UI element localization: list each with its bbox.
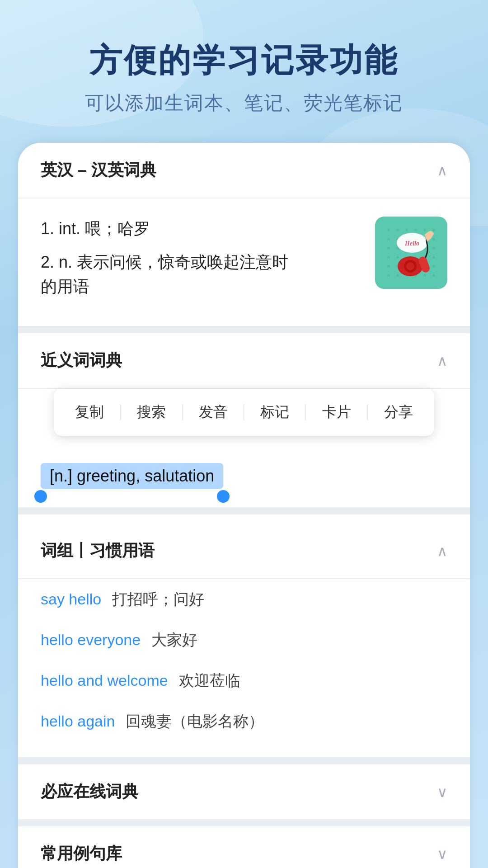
dictionary-title: 英汉 – 汉英词典 xyxy=(41,159,156,181)
phrase-row-1[interactable]: say hello 打招呼；问好 xyxy=(18,579,470,620)
divider-1 xyxy=(18,326,470,333)
biying-section: 必应在线词典 ∨ xyxy=(18,757,470,819)
svg-point-4 xyxy=(396,229,399,231)
phrases-title: 词组丨习惯用语 xyxy=(41,540,155,562)
phrase-zh-4: 回魂妻（电影名称） xyxy=(126,711,264,732)
phrase-zh-3: 欢迎莅临 xyxy=(179,670,240,691)
def-2-text: 表示问候，惊奇或唤起注意时的用语 xyxy=(41,253,288,296)
biying-section-header[interactable]: 必应在线词典 ∨ xyxy=(18,764,470,819)
context-menu-mark[interactable]: 标记 xyxy=(244,398,305,427)
highlighted-synonym-text[interactable]: [n.] greeting, salutation xyxy=(41,463,223,489)
phrase-row-4[interactable]: hello again 回魂妻（电影名称） xyxy=(18,701,470,748)
dictionary-chevron-up-icon: ∧ xyxy=(437,162,447,179)
biying-title: 必应在线词典 xyxy=(41,781,138,803)
def-2-index: 2. xyxy=(41,253,59,271)
synonym-title: 近义词词典 xyxy=(41,349,122,372)
context-menu-copy[interactable]: 复制 xyxy=(59,398,120,427)
svg-point-23 xyxy=(432,256,435,259)
svg-point-6 xyxy=(414,229,417,231)
context-menu-card[interactable]: 卡片 xyxy=(306,398,367,427)
svg-point-24 xyxy=(387,265,390,268)
def-1-type: int. xyxy=(59,219,85,238)
synonym-chevron-up-icon: ∧ xyxy=(437,352,447,369)
svg-point-15 xyxy=(387,247,390,250)
context-menu-pronounce[interactable]: 发音 xyxy=(183,398,244,427)
selection-handle-left xyxy=(34,490,47,503)
phrase-en-3[interactable]: hello and welcome xyxy=(41,672,168,689)
examples-chevron-down-icon: ∨ xyxy=(437,845,447,863)
svg-point-19 xyxy=(432,247,435,250)
examples-section: 常用例句库 ∨ xyxy=(18,819,470,868)
entry-row: 1. int. 喂；哈罗 2. n. 表示问候，惊奇或唤起注意时的用语 xyxy=(41,217,447,308)
svg-point-31 xyxy=(423,274,426,277)
svg-point-26 xyxy=(432,265,435,268)
entry-def-2: 2. n. 表示问候，惊奇或唤起注意时的用语 xyxy=(41,250,361,299)
svg-point-14 xyxy=(432,238,435,241)
svg-point-32 xyxy=(432,274,435,277)
svg-point-28 xyxy=(396,274,399,277)
main-card: 英汉 – 汉英词典 ∧ 1. int. 喂；哈罗 2. n. 表示问候，惊奇或唤… xyxy=(18,143,470,868)
context-menu: 复制 搜索 发音 标记 卡片 分享 xyxy=(54,389,434,436)
entry-def-1: 1. int. 喂；哈罗 xyxy=(41,217,361,241)
biying-chevron-down-icon: ∨ xyxy=(437,783,447,801)
svg-point-9 xyxy=(387,238,390,241)
def-1-text: 喂；哈罗 xyxy=(85,219,150,238)
phrases-section: 词组丨习惯用语 ∧ say hello 打招呼；问好 hello everyon… xyxy=(18,514,470,757)
svg-point-7 xyxy=(423,229,426,231)
examples-title: 常用例句库 xyxy=(41,843,122,865)
phrase-en-4[interactable]: hello again xyxy=(41,712,115,730)
def-1-index: 1. xyxy=(41,219,59,238)
svg-point-5 xyxy=(405,229,408,231)
phrases-section-header[interactable]: 词组丨习惯用语 ∧ xyxy=(18,524,470,579)
entry-definitions: 1. int. 喂；哈罗 2. n. 表示问候，惊奇或唤起注意时的用语 xyxy=(41,217,361,308)
svg-point-27 xyxy=(387,274,390,277)
header-subtitle: 可以添加生词本、笔记、荧光笔标记 xyxy=(27,90,461,116)
phrases-chevron-up-icon: ∧ xyxy=(437,542,447,560)
svg-text:Hello: Hello xyxy=(404,240,419,247)
header-title: 方便的学习记录功能 xyxy=(27,41,461,80)
highlighted-text-container: [n.] greeting, salutation xyxy=(18,454,470,507)
phrase-en-1[interactable]: say hello xyxy=(41,590,101,608)
selection-handle-right xyxy=(217,490,230,503)
context-menu-search[interactable]: 搜索 xyxy=(121,398,182,427)
phrase-en-2[interactable]: hello everyone xyxy=(41,631,141,649)
dictionary-entry-card: 1. int. 喂；哈罗 2. n. 表示问候，惊奇或唤起注意时的用语 xyxy=(18,198,470,326)
svg-point-20 xyxy=(387,256,390,259)
phrase-row-3[interactable]: hello and welcome 欢迎莅临 xyxy=(18,660,470,701)
synonym-section-header[interactable]: 近义词词典 ∧ xyxy=(18,333,470,389)
svg-point-39 xyxy=(406,262,414,270)
context-menu-share[interactable]: 分享 xyxy=(368,398,429,427)
synonym-section: 近义词词典 ∧ 复制 搜索 发音 标记 卡片 分享 [n.] greeting, xyxy=(18,333,470,507)
phrase-zh-2: 大家好 xyxy=(151,630,197,651)
svg-point-3 xyxy=(387,229,390,231)
divider-2 xyxy=(18,507,470,514)
phrase-zh-1: 打招呼；问好 xyxy=(112,589,204,610)
dictionary-section-header[interactable]: 英汉 – 汉英词典 ∧ xyxy=(18,143,470,198)
phrase-row-2[interactable]: hello everyone 大家好 xyxy=(18,620,470,660)
svg-point-21 xyxy=(396,256,399,259)
examples-section-header[interactable]: 常用例句库 ∨ xyxy=(18,826,470,868)
hello-telephone-image: Hello xyxy=(375,217,447,289)
svg-point-8 xyxy=(432,229,435,231)
header-section: 方便的学习记录功能 可以添加生词本、笔记、荧光笔标记 xyxy=(0,0,488,143)
def-2-type: n. xyxy=(59,253,77,271)
